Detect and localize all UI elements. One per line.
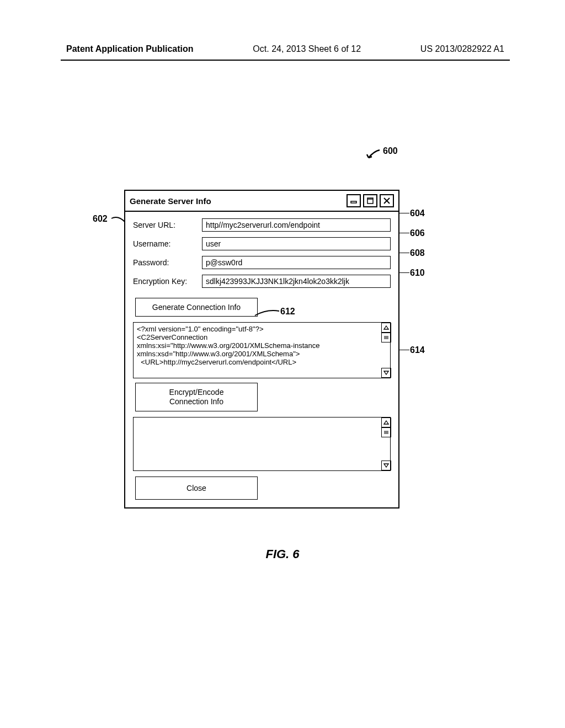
form-area: Server URL: Username: Password: Encrypti…: [125, 212, 398, 295]
leader-610: [398, 272, 409, 273]
encoded-scrollbar[interactable]: [381, 417, 390, 470]
encrypt-button[interactable]: Encrypt/Encode Connection Info: [135, 383, 258, 411]
row-server-url: Server URL:: [133, 218, 391, 232]
label-username: Username:: [133, 239, 202, 248]
callout-604: 604: [410, 208, 425, 218]
header-sheet: Oct. 24, 2013 Sheet 6 of 12: [253, 44, 361, 54]
close-icon: [383, 197, 390, 204]
leader-614: [398, 350, 409, 350]
row-password: Password:: [133, 256, 391, 269]
svg-marker-5: [384, 326, 388, 329]
input-server-url[interactable]: [202, 218, 391, 232]
svg-marker-9: [384, 371, 388, 374]
scroll-thumb-icon[interactable]: [381, 333, 391, 342]
encoded-output[interactable]: [133, 417, 391, 471]
svg-rect-0: [351, 201, 356, 203]
label-server-url: Server URL:: [133, 221, 202, 229]
leader-606: [398, 233, 409, 233]
input-encryption-key[interactable]: [202, 275, 391, 288]
header-publication: Patent Application Publication: [66, 44, 194, 54]
callout-606: 606: [410, 228, 425, 238]
encoded-output-wrap: [133, 417, 391, 471]
callout-600: 600: [383, 146, 398, 156]
leader-612: [254, 308, 281, 318]
figure-arrow-icon: [364, 148, 382, 161]
maximize-button[interactable]: [363, 194, 377, 207]
scroll-down-icon[interactable]: [381, 461, 391, 470]
row-encryption-key: Encryption Key:: [133, 275, 391, 288]
titlebar: Generate Server Info: [125, 191, 398, 212]
label-encryption-key: Encryption Key:: [133, 277, 202, 286]
callout-608: 608: [410, 248, 425, 258]
leader-608: [398, 253, 409, 253]
close-button[interactable]: Close: [135, 477, 258, 500]
callout-602: 602: [93, 214, 108, 224]
xml-output[interactable]: <?xml version="1.0" encoding="utf-8"?> <…: [133, 322, 391, 378]
scroll-up-icon[interactable]: [381, 323, 391, 333]
xml-scrollbar[interactable]: [381, 323, 390, 378]
svg-marker-14: [384, 464, 388, 467]
minimize-button[interactable]: [347, 194, 361, 207]
close-window-button[interactable]: [380, 194, 394, 207]
scroll-thumb-icon[interactable]: [381, 427, 391, 437]
row-username: Username:: [133, 237, 391, 250]
leader-602: [110, 214, 127, 225]
callout-612: 612: [280, 307, 295, 317]
callout-610: 610: [410, 268, 425, 278]
leader-604: [398, 213, 409, 213]
minimize-icon: [350, 198, 357, 204]
window-title: Generate Server Info: [130, 196, 211, 206]
label-password: Password:: [133, 258, 202, 267]
input-username[interactable]: [202, 237, 391, 250]
figure-caption: FIG. 6: [0, 547, 565, 561]
callout-614: 614: [410, 345, 425, 355]
maximize-icon: [367, 197, 374, 204]
scroll-up-icon[interactable]: [381, 417, 391, 427]
header-rule: [61, 60, 510, 61]
window-controls: [347, 194, 394, 207]
generate-button[interactable]: Generate Connection Info: [135, 298, 258, 317]
svg-marker-10: [384, 421, 388, 424]
page-header: Patent Application Publication Oct. 24, …: [66, 44, 504, 54]
header-docnum: US 2013/0282922 A1: [420, 44, 504, 54]
app-window: Generate Server Info Server URL: Usernam…: [124, 190, 399, 508]
scroll-down-icon[interactable]: [381, 368, 391, 378]
xml-output-wrap: <?xml version="1.0" encoding="utf-8"?> <…: [133, 322, 391, 378]
input-password[interactable]: [202, 256, 391, 269]
